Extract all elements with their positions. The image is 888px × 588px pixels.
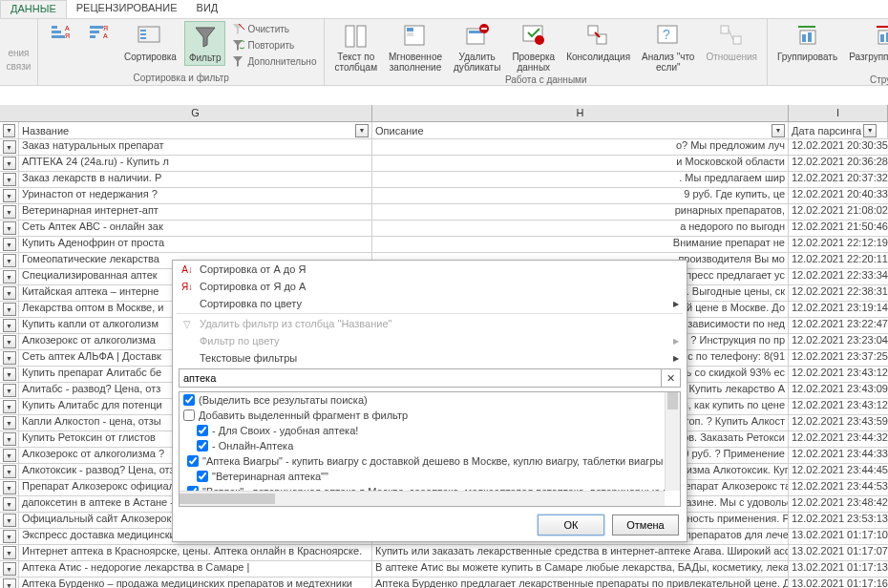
- sort-az-button[interactable]: AЯ: [44, 21, 78, 52]
- cell-name[interactable]: Ветеринарная интернет-апт: [19, 204, 372, 220]
- whatif-button[interactable]: ?Анализ "что если": [638, 21, 698, 74]
- checklist-vscroll[interactable]: [665, 392, 680, 491]
- ungroup-button[interactable]: Разгруппировать: [845, 21, 888, 64]
- col-header-i[interactable]: I: [789, 105, 888, 121]
- cell-date[interactable]: 12.02.2021 20:36:28: [789, 156, 888, 171]
- ok-button[interactable]: ОК: [538, 514, 604, 536]
- row-filter-arrow[interactable]: ▼: [3, 497, 16, 511]
- cell-desc[interactable]: В аптеке Атис вы можете купить в Самаре …: [372, 561, 789, 577]
- checklist-hscroll[interactable]: [180, 491, 665, 506]
- cell-date[interactable]: 12.02.2021 23:22:47: [789, 318, 888, 333]
- group-button[interactable]: Группировать: [773, 21, 841, 64]
- row-filter-arrow[interactable]: ▼: [3, 432, 16, 446]
- checklist-item[interactable]: "Аптека Виагры" - купить виагру с достав…: [180, 453, 665, 469]
- cell-date[interactable]: 12.02.2021 23:43:09: [789, 383, 888, 398]
- cell-desc[interactable]: ринарных препаратов,: [372, 204, 789, 220]
- filter-button[interactable]: Фильтр: [184, 21, 226, 66]
- cell-desc[interactable]: Внимание препарат не: [372, 237, 789, 252]
- table-row[interactable]: ▼Уринастоп от недержания ?9 руб. Где куп…: [0, 188, 888, 204]
- table-row[interactable]: ▼Аптека Бурденко – продажа медицинских п…: [0, 578, 888, 588]
- cell-date[interactable]: 12.02.2021 20:40:33: [789, 188, 888, 203]
- filter-arrow-prev[interactable]: ▼: [3, 124, 15, 137]
- cell-name[interactable]: Уринастоп от недержания ?: [19, 188, 372, 203]
- row-filter-arrow[interactable]: ▼: [3, 530, 16, 543]
- row-filter-arrow[interactable]: ▼: [3, 578, 16, 588]
- cell-desc[interactable]: . Мы предлагаем шир: [372, 172, 789, 187]
- tab-data[interactable]: ДАННЫЕ: [0, 0, 67, 18]
- tab-view[interactable]: ВИД: [187, 0, 228, 18]
- tab-review[interactable]: РЕЦЕНЗИРОВАНИЕ: [67, 0, 187, 18]
- row-filter-arrow[interactable]: ▼: [3, 173, 16, 186]
- cell-desc[interactable]: и Московской области: [372, 156, 789, 171]
- checklist-item[interactable]: - Онлайн-Аптека: [180, 438, 665, 453]
- table-row[interactable]: ▼Ветеринарная интернет-аптринарных препа…: [0, 204, 888, 220]
- row-filter-arrow[interactable]: ▼: [3, 416, 16, 430]
- checklist-item[interactable]: (Выделить все результаты поиска): [180, 392, 665, 408]
- cell-date[interactable]: 13.02.2021 01:17:07: [789, 545, 888, 560]
- row-filter-arrow[interactable]: ▼: [3, 481, 16, 494]
- row-filter-arrow[interactable]: ▼: [3, 221, 16, 235]
- cell-date[interactable]: 12.02.2021 22:33:34: [789, 269, 888, 284]
- dd-sort-color[interactable]: Сортировка по цвету▶: [173, 295, 687, 312]
- flash-fill-button[interactable]: Мгновенное заполнение: [385, 21, 446, 74]
- table-row[interactable]: ▼АПТЕКА 24 (24a.ru) - Купить ли Московск…: [0, 156, 888, 172]
- row-filter-arrow[interactable]: ▼: [3, 400, 16, 413]
- cell-desc[interactable]: 9 руб. Где купить, це: [372, 188, 789, 203]
- cell-date[interactable]: 12.02.2021 23:23:04: [789, 334, 888, 349]
- cell-date[interactable]: 12.02.2021 23:48:42: [789, 496, 888, 512]
- checklist-checkbox[interactable]: [187, 455, 199, 467]
- dd-sort-az[interactable]: А↓Сортировка от А до Я: [173, 261, 687, 278]
- cell-date[interactable]: 12.02.2021 23:44:45: [789, 464, 888, 479]
- cell-date[interactable]: 12.02.2021 23:53:13: [789, 513, 888, 528]
- filter-arrow-date[interactable]: ▼: [863, 124, 877, 137]
- reapply-button[interactable]: Повторить: [229, 37, 318, 52]
- cell-date[interactable]: 12.02.2021 23:43:12: [789, 399, 888, 414]
- row-filter-arrow[interactable]: ▼: [3, 335, 16, 348]
- col-header-g[interactable]: G: [19, 105, 372, 121]
- row-filter-arrow[interactable]: ▼: [3, 368, 16, 381]
- cell-date[interactable]: 12.02.2021 22:12:19: [789, 237, 888, 252]
- cell-date[interactable]: 12.02.2021 23:37:25: [789, 350, 888, 366]
- cell-date[interactable]: 12.02.2021 20:37:32: [789, 172, 888, 187]
- cell-name[interactable]: Интернет аптека в Красноярске, цены. Апт…: [19, 545, 372, 560]
- cell-date[interactable]: 12.02.2021 23:44:53: [789, 480, 888, 495]
- cell-date[interactable]: 12.02.2021 23:19:14: [789, 302, 888, 317]
- relations-button[interactable]: Отношения: [702, 21, 761, 64]
- cell-date[interactable]: 12.02.2021 23:44:32: [789, 431, 888, 447]
- row-filter-arrow[interactable]: ▼: [3, 514, 16, 527]
- data-validation-button[interactable]: Проверка данных: [508, 21, 559, 74]
- row-filter-arrow[interactable]: ▼: [3, 449, 16, 462]
- row-filter-arrow[interactable]: ▼: [3, 351, 16, 365]
- cell-date[interactable]: 12.02.2021 20:30:35: [789, 139, 888, 155]
- cell-date[interactable]: 12.02.2021 21:50:46: [789, 220, 888, 236]
- cell-name[interactable]: Аптека Бурденко – продажа медицинских пр…: [19, 578, 372, 588]
- cell-desc[interactable]: Аптека Бурденко предлагает лекарственные…: [372, 578, 789, 588]
- checklist-item[interactable]: Добавить выделенный фрагмент в фильтр: [180, 408, 665, 423]
- cell-desc[interactable]: а недорого по выгодн: [372, 220, 789, 236]
- col-header-h[interactable]: H: [372, 105, 789, 121]
- table-row[interactable]: ▼Купить Аденофрин от простаВнимание преп…: [0, 237, 888, 253]
- row-filter-arrow[interactable]: ▼: [3, 238, 16, 251]
- row-filter-arrow[interactable]: ▼: [3, 254, 16, 267]
- filter-arrow-desc[interactable]: ▼: [772, 124, 785, 137]
- checklist-checkbox[interactable]: [197, 471, 208, 482]
- cell-name[interactable]: Заказ лекарств в наличии. Р: [19, 172, 372, 187]
- clear-filter-button[interactable]: Очистить: [229, 21, 318, 36]
- row-filter-arrow[interactable]: ▼: [3, 546, 16, 559]
- row-filter-arrow[interactable]: ▼: [3, 270, 16, 284]
- cell-date[interactable]: 13.02.2021 01:17:10: [789, 529, 888, 544]
- consolidate-button[interactable]: Консолидация: [562, 21, 634, 64]
- row-filter-arrow[interactable]: ▼: [3, 286, 16, 300]
- cell-desc[interactable]: Купить или заказать лекарственные средст…: [372, 545, 789, 560]
- table-row[interactable]: ▼Заказ натуральных препарато? Мы предлож…: [0, 139, 888, 156]
- dd-text-filters[interactable]: Текстовые фильтры▶: [173, 349, 687, 367]
- row-filter-arrow[interactable]: ▼: [3, 465, 16, 478]
- checklist-item[interactable]: "Ветеринарная аптека"": [180, 469, 665, 484]
- cell-name[interactable]: Сеть Аптек АВС - онлайн зак: [19, 220, 372, 236]
- dd-sort-za[interactable]: Я↓Сортировка от Я до А: [173, 278, 687, 295]
- cell-desc[interactable]: о? Мы предложим луч: [372, 139, 789, 155]
- sort-za-button[interactable]: ЯA: [82, 21, 116, 52]
- text-to-columns-button[interactable]: Текст по столбцам: [330, 21, 381, 74]
- checklist-checkbox[interactable]: [183, 410, 195, 421]
- cell-name[interactable]: Купить Аденофрин от проста: [19, 237, 372, 252]
